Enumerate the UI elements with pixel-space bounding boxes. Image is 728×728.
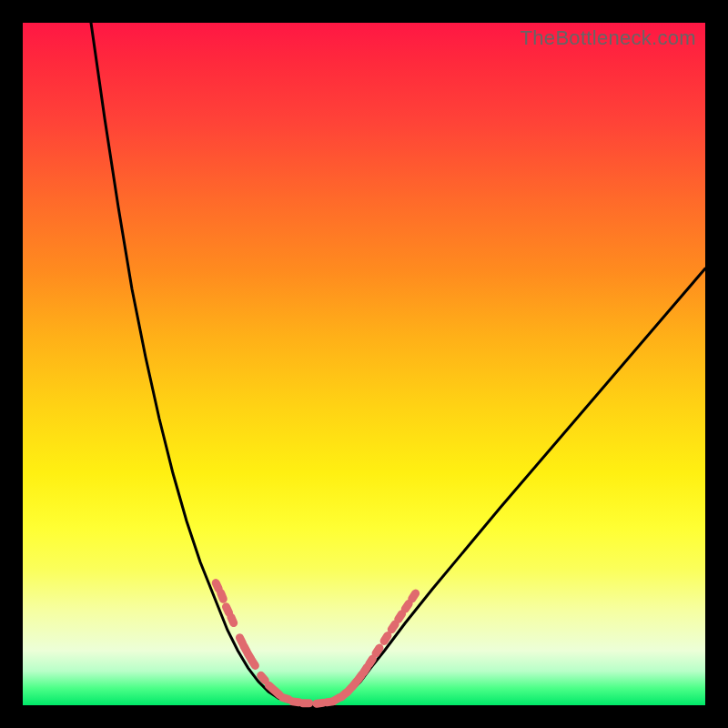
floor-bead — [298, 699, 313, 707]
curve-layer — [23, 23, 705, 705]
curves-group — [91, 23, 705, 704]
chart-frame: TheBottleneck.com — [0, 0, 728, 728]
bottleneck-curve — [91, 23, 705, 704]
plot-area: TheBottleneck.com — [23, 23, 705, 705]
